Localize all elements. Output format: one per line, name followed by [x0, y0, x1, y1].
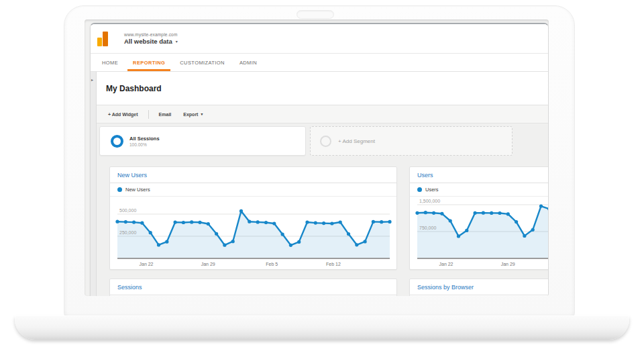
- segment-name: All Sessions: [129, 136, 160, 142]
- svg-text:250,000: 250,000: [119, 230, 136, 235]
- logo-bar-light: [97, 38, 102, 46]
- dashboard-toolbar: + Add Widget Email Export ▾: [97, 105, 548, 123]
- expand-sidebar-icon[interactable]: ▸: [91, 77, 93, 82]
- new-users-chart: 250,000500,000Jan 22Jan 29Feb 5Feb 12: [117, 197, 389, 268]
- legend-label: New Users: [125, 187, 150, 193]
- svg-text:750,000: 750,000: [419, 226, 436, 230]
- svg-text:1,500,000: 1,500,000: [419, 199, 440, 203]
- sidebar-collapse-rail[interactable]: ▸: [91, 72, 97, 296]
- widget-sessions-by-browser: Sessions by Browser: [409, 279, 548, 296]
- tab-home[interactable]: HOME: [97, 54, 123, 71]
- dashboard-content: All Sessions 100.00% + Add Segment: [97, 123, 548, 296]
- widget-new-users: New Users New Users 250,000500,000Jan 22…: [109, 166, 397, 270]
- segment-all-sessions[interactable]: All Sessions 100.00%: [99, 126, 306, 156]
- widget-title-sessions-by-browser[interactable]: Sessions by Browser: [410, 279, 548, 295]
- tab-customization[interactable]: CUSTOMIZATION: [174, 54, 230, 71]
- svg-text:500,000: 500,000: [119, 208, 136, 213]
- analytics-logo-icon: [97, 32, 115, 48]
- segments-row: All Sessions 100.00% + Add Segment: [99, 126, 513, 156]
- legend-dot-icon: [417, 187, 422, 192]
- widget-title-sessions[interactable]: Sessions: [110, 279, 396, 295]
- svg-text:Jan 29: Jan 29: [201, 262, 215, 266]
- email-button[interactable]: Email: [153, 112, 178, 117]
- segment-percent: 100.00%: [129, 142, 160, 147]
- add-segment-ring-icon: [320, 136, 331, 147]
- toolbar-divider: [148, 110, 149, 119]
- tab-admin[interactable]: ADMIN: [234, 54, 262, 71]
- account-header: www.mysite-example.com All website data …: [91, 24, 548, 54]
- laptop-base: [15, 315, 629, 340]
- widget-sessions: Sessions: [109, 279, 397, 296]
- chevron-down-icon: ▾: [176, 39, 178, 44]
- add-segment-label: + Add Segment: [338, 138, 375, 144]
- segment-ring-icon: [111, 135, 123, 148]
- laptop-screen-shell: www.mysite-example.com All website data …: [64, 5, 575, 318]
- nav-tabbar: HOME REPORTING CUSTOMIZATION ADMIN: [91, 54, 548, 72]
- chevron-down-icon: ▾: [201, 112, 203, 116]
- camera-pill: [297, 10, 334, 19]
- page-title: My Dashboard: [106, 84, 162, 93]
- legend-label: Users: [425, 187, 439, 193]
- widget-title-users[interactable]: Users: [410, 167, 548, 183]
- site-url: www.mysite-example.com: [124, 32, 178, 37]
- export-label: Export: [183, 112, 198, 117]
- laptop-mockup: www.mysite-example.com All website data …: [0, 0, 644, 349]
- logo-bar-dark: [103, 32, 108, 46]
- export-button[interactable]: Export ▾: [177, 112, 209, 117]
- svg-text:Jan 22: Jan 22: [439, 262, 453, 266]
- svg-text:Jan 29: Jan 29: [501, 262, 515, 266]
- laptop-display: www.mysite-example.com All website data …: [85, 19, 549, 296]
- svg-text:Jan 22: Jan 22: [139, 262, 153, 266]
- widget-title-new-users[interactable]: New Users: [110, 167, 396, 183]
- svg-text:Feb 12: Feb 12: [326, 262, 341, 266]
- dashboard-main: My Dashboard + Add Widget Email Export ▾: [97, 72, 548, 296]
- dashboard-header: My Dashboard: [97, 72, 548, 105]
- svg-text:Feb 5: Feb 5: [266, 262, 278, 266]
- property-name: All website data: [124, 38, 172, 45]
- analytics-window: www.mysite-example.com All website data …: [90, 23, 549, 296]
- add-widget-button[interactable]: + Add Widget: [102, 112, 144, 117]
- users-chart: 750,0001,500,000Jan 22Jan 29Feb 5Feb 12: [417, 197, 548, 268]
- widget-users: Users Users 750,0001,500,000Jan 22Jan 29…: [409, 166, 548, 270]
- property-selector[interactable]: All website data ▾: [124, 38, 178, 45]
- legend-users: Users: [410, 183, 548, 197]
- tab-reporting[interactable]: REPORTING: [127, 54, 170, 71]
- legend-new-users: New Users: [110, 183, 396, 197]
- legend-dot-icon: [117, 187, 122, 192]
- add-segment-button[interactable]: + Add Segment: [310, 126, 513, 156]
